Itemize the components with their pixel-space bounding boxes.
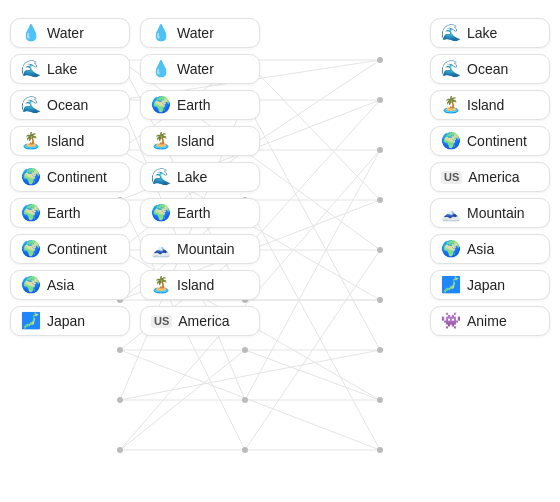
tag-island[interactable]: 🏝️Island [430, 90, 550, 120]
lake-icon: 🌊 [21, 61, 41, 77]
tag-label: Island [47, 133, 84, 149]
continent-icon: 🌍 [441, 133, 461, 149]
earth-icon: 🌍 [151, 205, 171, 221]
middle-column: 💧Water💧Water🌍Earth🏝️Island🌊Lake🌍Earth🗻Mo… [140, 18, 260, 336]
anime-icon: 👾 [441, 313, 461, 329]
tag-continent[interactable]: 🌍Continent [10, 234, 130, 264]
tag-label: Continent [467, 133, 527, 149]
tag-japan[interactable]: 🗾Japan [10, 306, 130, 336]
tag-label: Water [177, 61, 214, 77]
water-icon: 💧 [21, 25, 41, 41]
water-icon: 💧 [151, 61, 171, 77]
ocean-icon: 🌊 [21, 97, 41, 113]
tag-continent[interactable]: 🌍Continent [10, 162, 130, 192]
island-icon: 🏝️ [441, 97, 461, 113]
japan-icon: 🗾 [441, 277, 461, 293]
tag-ocean[interactable]: 🌊Ocean [10, 90, 130, 120]
tag-label: Anime [467, 313, 507, 329]
asia-icon: 🌍 [21, 277, 41, 293]
tag-label: America [468, 169, 519, 185]
tag-label: Japan [467, 277, 505, 293]
tag-label: Island [467, 97, 504, 113]
america-icon: US [151, 315, 172, 328]
tag-ocean[interactable]: 🌊Ocean [430, 54, 550, 84]
tag-earth[interactable]: 🌍Earth [10, 198, 130, 228]
tag-label: Water [177, 25, 214, 41]
tag-water[interactable]: 💧Water [140, 18, 260, 48]
tag-mountain[interactable]: 🗻Mountain [140, 234, 260, 264]
tag-island[interactable]: 🏝️Island [140, 126, 260, 156]
tag-america[interactable]: USAmerica [140, 306, 260, 336]
tag-island[interactable]: 🏝️Island [140, 270, 260, 300]
earth-icon: 🌍 [21, 205, 41, 221]
tag-label: Asia [47, 277, 74, 293]
tag-label: Earth [47, 205, 80, 221]
tag-asia[interactable]: 🌍Asia [10, 270, 130, 300]
tag-label: Earth [177, 205, 210, 221]
earth-icon: 🌍 [151, 97, 171, 113]
lake-icon: 🌊 [151, 169, 171, 185]
asia-icon: 🌍 [441, 241, 461, 257]
tag-label: Lake [467, 25, 497, 41]
tag-label: Island [177, 277, 214, 293]
tag-asia[interactable]: 🌍Asia [430, 234, 550, 264]
tag-label: Ocean [47, 97, 88, 113]
tag-label: Mountain [177, 241, 235, 257]
tag-mountain[interactable]: 🗻Mountain [430, 198, 550, 228]
tag-japan[interactable]: 🗾Japan [430, 270, 550, 300]
island-icon: 🏝️ [151, 133, 171, 149]
tag-label: America [178, 313, 229, 329]
tag-water[interactable]: 💧Water [10, 18, 130, 48]
tag-earth[interactable]: 🌍Earth [140, 198, 260, 228]
tag-continent[interactable]: 🌍Continent [430, 126, 550, 156]
water-icon: 💧 [151, 25, 171, 41]
tag-label: Ocean [467, 61, 508, 77]
left-column: 💧Water🌊Lake🌊Ocean🏝️Island🌍Continent🌍Eart… [10, 18, 130, 336]
island-icon: 🏝️ [151, 277, 171, 293]
mountain-icon: 🗻 [441, 205, 461, 221]
island-icon: 🏝️ [21, 133, 41, 149]
ocean-icon: 🌊 [441, 61, 461, 77]
tag-label: Japan [47, 313, 85, 329]
tag-label: Continent [47, 241, 107, 257]
tag-label: Lake [177, 169, 207, 185]
tag-label: Island [177, 133, 214, 149]
tag-earth[interactable]: 🌍Earth [140, 90, 260, 120]
japan-icon: 🗾 [21, 313, 41, 329]
tag-lake[interactable]: 🌊Lake [430, 18, 550, 48]
tag-lake[interactable]: 🌊Lake [10, 54, 130, 84]
lake-icon: 🌊 [441, 25, 461, 41]
continent-icon: 🌍 [21, 169, 41, 185]
tag-anime[interactable]: 👾Anime [430, 306, 550, 336]
tag-lake[interactable]: 🌊Lake [140, 162, 260, 192]
continent-icon: 🌍 [21, 241, 41, 257]
tag-label: Continent [47, 169, 107, 185]
tag-america[interactable]: USAmerica [430, 162, 550, 192]
mountain-icon: 🗻 [151, 241, 171, 257]
tag-label: Lake [47, 61, 77, 77]
tag-label: Mountain [467, 205, 525, 221]
america-icon: US [441, 171, 462, 184]
tag-water[interactable]: 💧Water [140, 54, 260, 84]
tag-label: Asia [467, 241, 494, 257]
tag-label: Water [47, 25, 84, 41]
tag-island[interactable]: 🏝️Island [10, 126, 130, 156]
right-column: 🌊Lake🌊Ocean🏝️Island🌍ContinentUSAmerica🗻M… [430, 18, 550, 336]
tag-label: Earth [177, 97, 210, 113]
